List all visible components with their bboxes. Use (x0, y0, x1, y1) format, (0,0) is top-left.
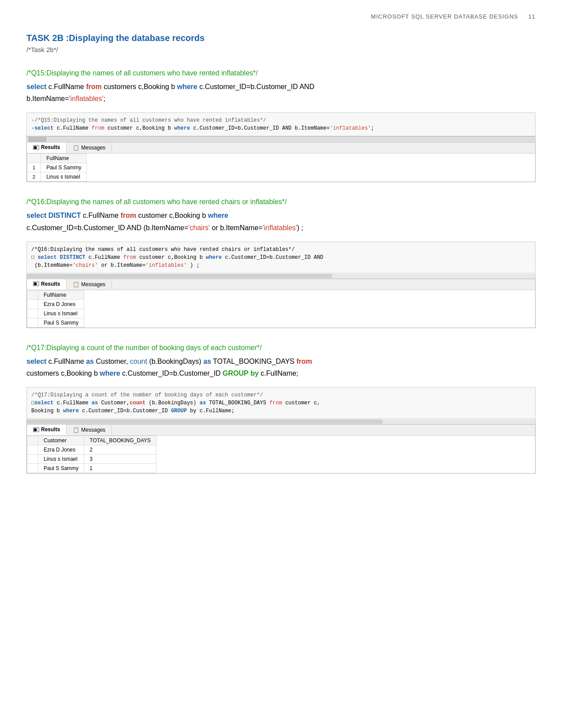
q16-results-panel: ▦ Results 📋 Messages FullName Ezra D Jon… (26, 279, 536, 328)
page-header: MICROSOFT SQL SERVER DATABASE DESIGNS 11 (26, 13, 536, 20)
header-text: MICROSOFT SQL SERVER DATABASE DESIGNS (371, 13, 518, 20)
q15-tab-messages[interactable]: 📋 Messages (67, 142, 112, 153)
q17-comment: /*Q17:Displaying a count of the number o… (26, 344, 536, 352)
kw-select: select (26, 83, 46, 90)
q17-editor: /*Q17:Displaying a count of the number o… (26, 387, 536, 419)
kw-from: from (86, 83, 102, 90)
q16-table: FullName Ezra D Jones Linus s Ismael Pau… (27, 290, 84, 328)
page-number: 11 (529, 13, 536, 20)
section-title: TASK 2B :Displaying the database records (26, 33, 536, 43)
q17-tab-messages[interactable]: 📋 Messages (67, 425, 112, 435)
table-row: Paul S Sammy (27, 318, 84, 327)
q17-scrollbar (26, 419, 536, 425)
q17-table: Customer TOTAL_BOOKING_DAYS Ezra D Jones… (27, 436, 156, 473)
table-row: Paul S Sammy 1 (27, 464, 156, 473)
q16-editor: /*Q16:Displaying the names of all custom… (26, 242, 536, 273)
q15-section: /*Q15:Displaying the names of all custom… (26, 69, 536, 182)
q17-col-booking-days: TOTAL_BOOKING_DAYS (84, 436, 156, 445)
q15-col-fullname: FullName (41, 154, 87, 163)
q16-tab-results[interactable]: ▦ Results (27, 279, 67, 290)
table-row: Linus s Ismael (27, 309, 84, 318)
q16-tab-messages[interactable]: 📋 Messages (67, 279, 112, 290)
table-row: Ezra D Jones (27, 299, 84, 309)
q17-tab-results[interactable]: ▦ Results (27, 425, 67, 435)
q15-tab-results[interactable]: ▦ Results (27, 142, 67, 153)
q16-tabs: ▦ Results 📋 Messages (27, 279, 535, 290)
q16-section: /*Q16:Displaying the names of all custom… (26, 198, 536, 328)
q15-scrollbar (26, 136, 536, 142)
q17-results-panel: ▦ Results 📋 Messages Customer TOTAL_BOOK… (26, 425, 536, 474)
q15-tabs: ▦ Results 📋 Messages (27, 142, 535, 153)
q16-scrollbar (26, 274, 536, 279)
q15-editor: -/*Q15:Displaying the names of all custo… (26, 112, 536, 136)
q15-query: select c.FullName from customers c,Booki… (26, 81, 536, 105)
q17-col-customer: Customer (38, 436, 84, 445)
q15-results-panel: ▦ Results 📋 Messages FullName 1 Paul S S… (26, 142, 536, 182)
table-row: 2 Linus s Ismael (27, 172, 87, 182)
q15-table: FullName 1 Paul S Sammy 2 Linus s Ismael (27, 153, 87, 182)
table-row: Linus s Ismael 3 (27, 455, 156, 464)
q17-query: select c.FullName as Customer, count (b.… (26, 355, 536, 379)
table-row: 1 Paul S Sammy (27, 163, 87, 172)
results-icon: ▦ (33, 145, 39, 150)
q17-tabs: ▦ Results 📋 Messages (27, 425, 535, 436)
q16-query: select DISTINCT c.FullName from customer… (26, 209, 536, 233)
kw-where: where (177, 83, 197, 90)
q16-comment: /*Q16:Displaying the names of all custom… (26, 198, 536, 206)
q17-section: /*Q17:Displaying a count of the number o… (26, 344, 536, 474)
q15-comment: /*Q15:Displaying the names of all custom… (26, 69, 536, 77)
task-comment: /*Task 2b*/ (26, 46, 536, 53)
q16-col-fullname: FullName (38, 290, 84, 299)
table-row: Ezra D Jones 2 (27, 445, 156, 455)
